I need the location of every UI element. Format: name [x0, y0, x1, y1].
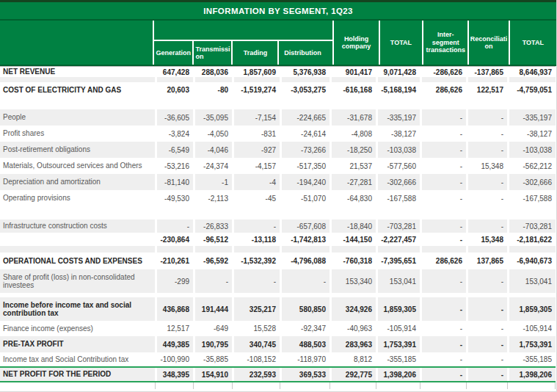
row-label: Materials, Outsourced services and Other… [0, 158, 155, 174]
value-cell: -105,914 [376, 321, 420, 336]
value-cell: -105,914 [507, 321, 556, 336]
value-cell: -3,053,275 [280, 82, 330, 98]
table-header: Generation Transmission Trading Distribu… [0, 21, 556, 66]
table-row-profit-shares: Profit shares-3,824-4,050-831-24,614-4,8… [0, 126, 556, 142]
row-label: NET REVENUE [0, 67, 155, 77]
value-cell: -2,113 [193, 190, 232, 206]
value-cell: -40,963 [330, 321, 376, 336]
segment-columns-group: Generation Transmission Trading Distribu… [153, 21, 332, 65]
row-label: People [0, 109, 155, 126]
value-cell: -7,395,651 [376, 253, 420, 269]
value-cell: 8,812 [330, 352, 376, 366]
value-cell: 488,503 [280, 336, 330, 352]
table-body: NET REVENUE647,428288,0361,857,6095,376,… [0, 66, 556, 389]
value-cell: 901,417 [330, 67, 376, 77]
column-header-trading: Trading [231, 41, 277, 65]
value-cell: -24,614 [280, 126, 330, 142]
value-cell [280, 246, 330, 253]
value-cell: - [420, 368, 466, 381]
value-cell: -18,840 [330, 219, 376, 233]
value-cell: - [420, 321, 466, 336]
value-cell: -53,216 [155, 158, 193, 174]
value-cell [376, 246, 420, 253]
value-cell: -194,240 [280, 174, 330, 190]
value-cell: -35,885 [193, 352, 232, 366]
table-row-pre-tax-profit: PRE-TAX PROFIT449,385190,795340,745488,5… [0, 336, 556, 352]
value-cell [330, 382, 376, 389]
value-cell [155, 246, 193, 253]
table-row-operating-provisions: Operating provisions-49,530-2,113-45-51,… [0, 190, 556, 206]
value-cell: 232,593 [232, 368, 280, 381]
value-cell: 1,857,609 [232, 67, 280, 77]
value-cell: 8,646,937 [507, 67, 556, 77]
value-cell: -96,512 [193, 233, 232, 246]
value-cell: -1,532,392 [232, 253, 280, 269]
column-header-total: TOTAL [379, 21, 422, 65]
value-cell: 21,537 [330, 158, 376, 174]
row-label: Post-retirement obligations [0, 142, 155, 158]
value-cell: -167,588 [507, 190, 556, 206]
value-cell: -24,374 [193, 158, 232, 174]
table-row [0, 77, 556, 82]
value-cell [280, 77, 330, 82]
value-cell: -230,864 [155, 233, 193, 246]
value-cell [232, 98, 280, 109]
value-cell: - [420, 352, 466, 366]
value-cell [280, 98, 330, 109]
value-cell [232, 77, 280, 82]
value-cell: -649 [193, 321, 232, 336]
value-cell [232, 246, 280, 253]
table-row [0, 206, 556, 219]
value-cell: -100,990 [155, 352, 193, 366]
value-cell [507, 382, 556, 389]
value-cell: -6,940,673 [507, 253, 556, 269]
value-cell: -355,185 [376, 352, 420, 366]
value-cell [376, 382, 420, 389]
value-cell [155, 77, 193, 82]
table-row-people: People-36,605-35,095-7,154-224,665-31,67… [0, 109, 556, 126]
column-header-transmission: Transmission [192, 41, 231, 65]
table-row-materials-outsourced-services: Materials, Outsourced services and Other… [0, 158, 556, 174]
table-row-post-retirement-obligations: Post-retirement obligations-6,549-4,046-… [0, 142, 556, 158]
value-cell: -562,212 [507, 158, 556, 174]
value-cell [376, 206, 420, 219]
value-cell: -3,824 [155, 126, 193, 142]
value-cell: -45 [232, 190, 280, 206]
value-cell: 647,428 [155, 67, 193, 77]
table-row-depreciation-amortization: Depreciation and amortization-81,140-1-4… [0, 174, 556, 190]
value-cell: - [420, 190, 466, 206]
column-header-generation: Generation [154, 41, 192, 65]
value-cell: -760,318 [330, 253, 376, 269]
table-row-income-tax-social-contribution: Income tax and Social Contribution tax-1… [0, 352, 556, 366]
value-cell: -27,281 [330, 174, 376, 190]
value-cell: -703,281 [376, 219, 420, 233]
row-label: Profit shares [0, 126, 155, 142]
table-row [0, 382, 556, 389]
value-cell [193, 206, 232, 219]
value-cell: 9,071,428 [376, 67, 420, 77]
value-cell: -4,157 [232, 158, 280, 174]
value-cell: 12,517 [155, 321, 193, 336]
value-cell: 5,376,938 [280, 67, 330, 77]
value-cell: -657,608 [280, 219, 330, 233]
value-cell: -1,519,274 [232, 82, 280, 98]
value-cell: - [420, 158, 466, 174]
value-cell: -302,666 [376, 174, 420, 190]
row-label: Depreciation and amortization [0, 174, 155, 190]
value-cell: -64,830 [330, 190, 376, 206]
value-cell: 286,626 [420, 82, 466, 98]
value-cell: - [466, 190, 507, 206]
value-cell: -167,588 [376, 190, 420, 206]
value-cell: 153,041 [507, 269, 556, 293]
value-cell [330, 98, 376, 109]
value-cell: - [420, 126, 466, 142]
column-header-holding-company: Holding company [332, 21, 378, 65]
value-cell [507, 246, 556, 253]
value-cell: 1,398,206 [376, 368, 420, 381]
value-cell: - [466, 321, 507, 336]
value-cell: 1,753,391 [376, 336, 420, 352]
value-cell: - [420, 297, 466, 321]
value-cell: -6,549 [155, 142, 193, 158]
value-cell: -108,152 [232, 352, 280, 366]
value-cell: 1,859,305 [507, 297, 556, 321]
